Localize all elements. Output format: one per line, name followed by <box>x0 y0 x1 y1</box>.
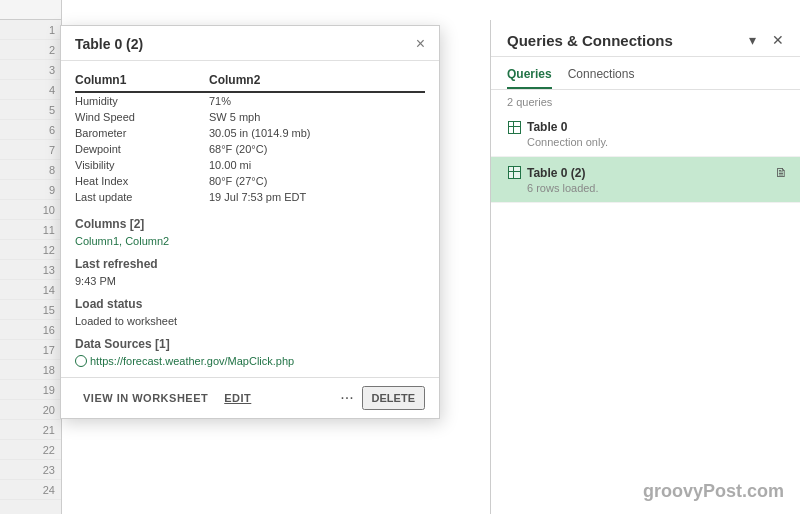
data-preview-table: Column1 Column2 Humidity71%Wind SpeedSW … <box>75 71 425 205</box>
qc-pin-icon[interactable]: ▾ <box>745 30 760 50</box>
more-options-button[interactable]: ··· <box>332 389 361 407</box>
copy-to-sheet-icon[interactable]: 🗎 <box>775 165 788 180</box>
table-row: Wind SpeedSW 5 mph <box>75 109 425 125</box>
col1-header: Column1 <box>75 71 209 92</box>
globe-icon <box>75 355 87 367</box>
table-icon <box>507 166 521 180</box>
popup-title: Table 0 (2) <box>75 36 143 52</box>
tab-queries[interactable]: Queries <box>507 63 552 89</box>
table-cell-value: 10.00 mi <box>209 157 425 173</box>
table-cell-key: Barometer <box>75 125 209 141</box>
table-cell-key: Dewpoint <box>75 141 209 157</box>
qc-close-icon[interactable]: ✕ <box>768 30 788 50</box>
qc-header-icons: ▾ ✕ <box>745 30 788 50</box>
table-cell-value: 68°F (20°C) <box>209 141 425 157</box>
table-row: Barometer30.05 in (1014.9 mb) <box>75 125 425 141</box>
row-numbers-column: 1 2 3 4 5 6 7 8 9 10 11 12 13 14 15 16 1… <box>0 0 62 514</box>
qc-tabs: Queries Connections <box>491 57 800 90</box>
query-count: 2 queries <box>491 90 800 112</box>
qc-item-header: Table 0 (2) 🗎 <box>507 165 788 180</box>
groovypost-watermark: groovyPost.com <box>643 481 784 502</box>
table-cell-value: 71% <box>209 92 425 109</box>
load-status-value: Loaded to worksheet <box>75 315 425 327</box>
data-source-url[interactable]: https://forecast.weather.gov/MapClick.ph… <box>90 355 294 367</box>
query-name: Table 0 (2) <box>527 166 585 180</box>
popup-body: Column1 Column2 Humidity71%Wind SpeedSW … <box>61 61 439 377</box>
table-icon <box>507 120 521 134</box>
close-button[interactable]: × <box>416 36 425 52</box>
view-in-worksheet-button[interactable]: VIEW IN WORKSHEET <box>75 388 216 408</box>
qc-item-header: Table 0 <box>507 120 788 134</box>
qc-panel-header: Queries & Connections ▾ ✕ <box>491 20 800 57</box>
table-cell-key: Visibility <box>75 157 209 173</box>
last-refreshed-value: 9:43 PM <box>75 275 425 287</box>
table-row: Visibility10.00 mi <box>75 157 425 173</box>
table-cell-key: Humidity <box>75 92 209 109</box>
last-refreshed-label: Last refreshed <box>75 257 425 271</box>
table-row: Dewpoint68°F (20°C) <box>75 141 425 157</box>
popup-footer: VIEW IN WORKSHEET EDIT ··· DELETE <box>61 377 439 418</box>
table-cell-key: Last update <box>75 189 209 205</box>
list-item[interactable]: Table 0 (2) 🗎 6 rows loaded. <box>491 157 800 203</box>
col2-header: Column2 <box>209 71 425 92</box>
data-sources-label: Data Sources [1] <box>75 337 425 351</box>
col-header <box>0 0 61 20</box>
table-cell-value: 19 Jul 7:53 pm EDT <box>209 189 425 205</box>
query-popup-card: Table 0 (2) × Column1 Column2 Humidity71… <box>60 25 440 419</box>
columns-section-label: Columns [2] <box>75 217 425 231</box>
columns-link[interactable]: Column1, Column2 <box>75 235 425 247</box>
delete-button[interactable]: DELETE <box>362 386 425 410</box>
queries-connections-panel: Queries & Connections ▾ ✕ Queries Connec… <box>490 20 800 514</box>
table-cell-value: SW 5 mph <box>209 109 425 125</box>
table-cell-value: 30.05 in (1014.9 mb) <box>209 125 425 141</box>
popup-header: Table 0 (2) × <box>61 26 439 61</box>
table-row: Heat Index80°F (27°C) <box>75 173 425 189</box>
table-cell-value: 80°F (27°C) <box>209 173 425 189</box>
query-list: Table 0 Connection only. Table 0 (2) 🗎 6… <box>491 112 800 514</box>
load-status-label: Load status <box>75 297 425 311</box>
edit-button[interactable]: EDIT <box>216 388 259 408</box>
table-cell-key: Wind Speed <box>75 109 209 125</box>
qc-panel-title: Queries & Connections <box>507 32 673 49</box>
table-cell-key: Heat Index <box>75 173 209 189</box>
table-row: Humidity71% <box>75 92 425 109</box>
query-name: Table 0 <box>527 120 567 134</box>
tab-connections[interactable]: Connections <box>568 63 635 89</box>
table-row: Last update19 Jul 7:53 pm EDT <box>75 189 425 205</box>
list-item[interactable]: Table 0 Connection only. <box>491 112 800 157</box>
query-description: Connection only. <box>507 136 788 148</box>
query-description: 6 rows loaded. <box>507 182 788 194</box>
